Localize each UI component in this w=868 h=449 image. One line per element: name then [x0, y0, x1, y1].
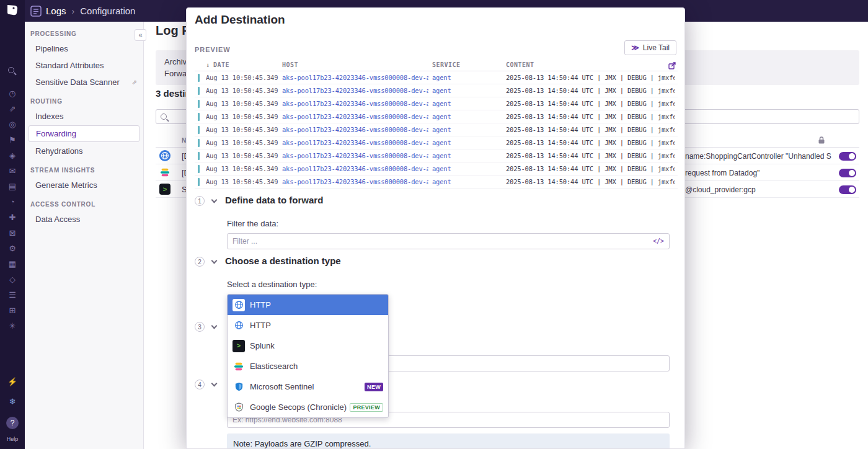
log-service[interactable]: agent — [432, 74, 502, 81]
product-icon[interactable]: ⚑ — [0, 132, 25, 148]
log-row[interactable]: Aug 13 10:50:45.349aks-pool17b23-4202334… — [195, 176, 678, 189]
nav-section-routing: ROUTING — [25, 91, 143, 108]
destination-query: @cloud_provider:gcp — [685, 185, 835, 194]
chevron-down-icon[interactable] — [211, 197, 218, 203]
product-icon[interactable]: ✳ — [0, 318, 25, 334]
log-host[interactable]: aks-pool17b23-42023346-vmss000008-dev-a — [282, 139, 428, 146]
sidebar-item-sensitive-data-scanner[interactable]: Sensitive Data Scanner ⇗ — [25, 74, 143, 91]
chevron-down-icon[interactable] — [211, 323, 218, 329]
log-row[interactable]: Aug 13 10:50:45.349aks-pool17b23-4202334… — [195, 136, 678, 149]
nav-section-stream-insights: STREAM INSIGHTS — [25, 159, 143, 177]
column-date[interactable]: DATE — [213, 61, 229, 68]
step-4-number: 4 — [195, 380, 205, 389]
log-host[interactable]: aks-pool17b23-42023346-vmss000008-dev-a — [282, 113, 428, 120]
product-icon[interactable]: ❄ — [0, 392, 25, 412]
log-date: Aug 13 10:50:45.349 — [206, 139, 280, 146]
chevron-down-icon[interactable] — [211, 258, 218, 264]
log-date: Aug 13 10:50:45.349 — [206, 113, 280, 120]
log-content: 2025-08-13 14:50:44 UTC | JMX | DEBUG | … — [506, 113, 675, 120]
product-icon[interactable]: ⇗ — [0, 101, 25, 117]
log-row[interactable]: Aug 13 10:50:45.349aks-pool17b23-4202334… — [195, 162, 678, 176]
option-http[interactable]: HTTP — [228, 295, 388, 315]
datadog-logo[interactable] — [5, 3, 20, 17]
log-row[interactable]: Aug 13 10:50:45.349aks-pool17b23-4202334… — [195, 149, 678, 162]
product-icon[interactable]: ⚡ — [0, 372, 25, 392]
product-icon[interactable]: ⊞ — [0, 303, 25, 318]
chevron-down-icon[interactable] — [211, 381, 218, 387]
nav-section-processing: PROCESSING — [25, 23, 143, 40]
sidebar-item-data-access[interactable]: Data Access — [25, 211, 143, 228]
search-icon[interactable] — [8, 67, 14, 73]
sidebar-item-label: Sensitive Data Scanner — [35, 78, 120, 87]
nav-section-access-control: ACCESS CONTROL — [25, 193, 143, 211]
log-service[interactable]: agent — [432, 100, 502, 107]
log-host[interactable]: aks-pool17b23-42023346-vmss000008-dev-a — [282, 74, 428, 81]
destination-enabled-toggle[interactable] — [839, 152, 856, 161]
product-icon[interactable]: ☰ — [0, 287, 25, 303]
logs-product-icon — [30, 6, 42, 17]
sidebar-item-forwarding[interactable]: Forwarding — [29, 125, 140, 142]
log-host[interactable]: aks-pool17b23-42023346-vmss000008-dev-a — [282, 100, 428, 107]
log-row[interactable]: Aug 13 10:50:45.349aks-pool17b23-4202334… — [195, 123, 678, 136]
live-tail-button[interactable]: ≫ Live Tail — [624, 40, 676, 55]
log-host[interactable]: aks-pool17b23-42023346-vmss000008-dev-a — [282, 126, 428, 133]
product-icon[interactable]: ⚙ — [0, 241, 25, 256]
product-icon[interactable]: ◷ — [0, 86, 25, 101]
help-button[interactable]: ? — [6, 417, 19, 429]
filter-data-label: Filter the data: — [227, 219, 278, 228]
sidebar-item-rehydrations[interactable]: Rehydrations — [25, 143, 143, 159]
log-service[interactable]: agent — [432, 139, 502, 146]
log-host[interactable]: aks-pool17b23-42023346-vmss000008-dev-a — [282, 178, 428, 185]
product-icon[interactable]: ◔ — [0, 194, 25, 210]
destination-enabled-toggle[interactable] — [839, 185, 856, 194]
option-http[interactable]: HTTP — [228, 315, 388, 336]
option-splunk[interactable]: > Splunk — [228, 336, 388, 356]
log-service[interactable]: agent — [432, 165, 502, 172]
log-host[interactable]: aks-pool17b23-42023346-vmss000008-dev-a — [282, 152, 428, 159]
lock-icon — [818, 136, 825, 147]
product-icon[interactable]: ✚ — [0, 210, 25, 225]
destination-query: request from Datadog" — [685, 169, 835, 177]
breadcrumb-product[interactable]: Logs — [46, 6, 66, 16]
sidebar-item-pipelines[interactable]: Pipelines — [25, 40, 143, 57]
log-host[interactable]: aks-pool17b23-42023346-vmss000008-dev-a — [282, 165, 428, 172]
product-icon[interactable]: ◎ — [0, 117, 25, 132]
breadcrumb-section[interactable]: Configuration — [80, 6, 135, 16]
log-row[interactable]: Aug 13 10:50:45.349aks-pool17b23-4202334… — [195, 84, 678, 97]
collapse-sidebar-button[interactable]: « — [135, 29, 146, 41]
http-icon — [232, 299, 245, 311]
log-service[interactable]: agent — [432, 152, 502, 159]
product-icon[interactable]: ▤ — [0, 179, 25, 194]
log-service[interactable]: agent — [432, 87, 502, 94]
log-row[interactable]: Aug 13 10:50:45.349aks-pool17b23-4202334… — [195, 110, 678, 123]
rail-icon-strip: ◷ ⇗ ◎ ⚑ ◈ ✉ ▤ ◔ ✚ ⊠ ⚙ ▦ ◇ ☰ ⊞ ✳ — [0, 86, 25, 334]
product-icon[interactable]: ◇ — [0, 272, 25, 287]
log-service[interactable]: agent — [432, 113, 502, 120]
log-content: 2025-08-13 14:50:44 UTC | JMX | DEBUG | … — [506, 126, 675, 133]
step-1-number: 1 — [195, 196, 205, 206]
log-service[interactable]: agent — [432, 178, 502, 185]
filter-query-input[interactable] — [227, 233, 670, 249]
splunk-glyph: > — [237, 342, 241, 349]
destination-enabled-toggle[interactable] — [839, 169, 856, 177]
sidebar-item-standard-attributes[interactable]: Standard Attributes — [25, 57, 143, 74]
option-elasticsearch[interactable]: Elasticsearch — [228, 356, 388, 376]
code-editor-toggle-icon[interactable]: </> — [653, 238, 664, 244]
product-icon[interactable]: ▦ — [0, 256, 25, 272]
export-icon[interactable] — [668, 61, 676, 71]
log-row[interactable]: Aug 13 10:50:45.349aks-pool17b23-4202334… — [195, 97, 678, 110]
sort-desc-icon[interactable]: ↓ — [206, 61, 210, 68]
product-icon[interactable]: ✉ — [0, 163, 25, 179]
log-date: Aug 13 10:50:45.349 — [206, 74, 280, 81]
log-host[interactable]: aks-pool17b23-42023346-vmss000008-dev-a — [282, 87, 428, 94]
product-icon[interactable]: ⊠ — [0, 225, 25, 241]
option-microsoft-sentinel[interactable]: Microsoft Sentinel NEW — [228, 376, 388, 397]
product-icon[interactable]: ◈ — [0, 148, 25, 163]
option-google-secops[interactable]: Google Secops (Chronicle) PREVIEW — [228, 397, 388, 417]
config-sidebar: PROCESSING Pipelines Standard Attributes… — [25, 22, 144, 449]
toggle-knob — [849, 170, 855, 176]
sidebar-item-generate-metrics[interactable]: Generate Metrics — [25, 177, 143, 193]
log-row[interactable]: Aug 13 10:50:45.349aks-pool17b23-4202334… — [195, 71, 678, 84]
log-service[interactable]: agent — [432, 126, 502, 133]
sidebar-item-indexes[interactable]: Indexes — [25, 108, 143, 125]
